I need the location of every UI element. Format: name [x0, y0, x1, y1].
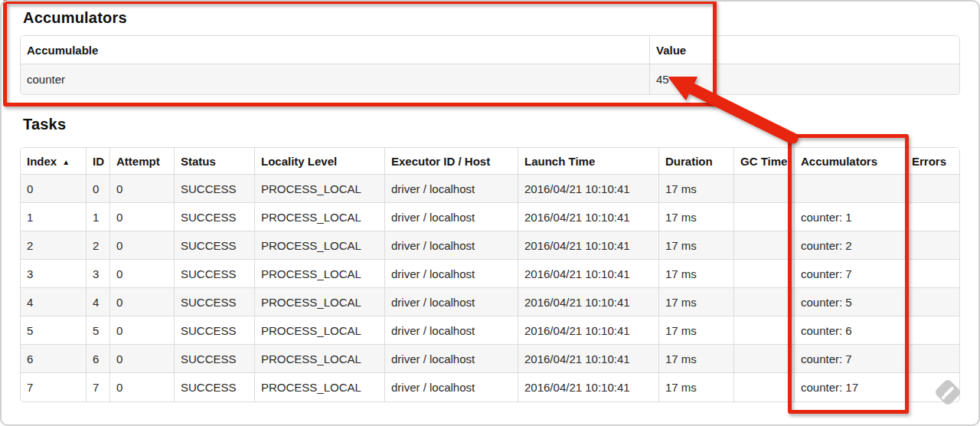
cell-accumulators: counter: 1 — [795, 203, 906, 231]
task-row: 4 4 0 SUCCESS PROCESS_LOCAL driver / loc… — [21, 288, 960, 316]
cell-duration: 17 ms — [659, 316, 734, 345]
cell-index: 2 — [21, 231, 87, 260]
cell-attempt: 0 — [110, 260, 175, 288]
cell-attempt: 0 — [110, 175, 175, 203]
cell-accumulators: counter: 5 — [795, 288, 906, 316]
cell-locality-level: PROCESS_LOCAL — [255, 316, 385, 345]
cell-locality-level: PROCESS_LOCAL — [255, 231, 385, 260]
task-row: 1 1 0 SUCCESS PROCESS_LOCAL driver / loc… — [21, 203, 960, 231]
cell-errors — [906, 288, 960, 316]
col-header-status[interactable]: Status — [175, 148, 255, 175]
task-row: 5 5 0 SUCCESS PROCESS_LOCAL driver / loc… — [21, 316, 960, 345]
cell-index: 7 — [21, 373, 87, 401]
cell-accumulators: counter: 17 — [795, 373, 906, 401]
feedly-watermark-icon — [931, 375, 965, 409]
accumulators-table: Accumulable Value counter 45 — [20, 35, 960, 95]
cell-attempt: 0 — [110, 288, 175, 316]
cell-duration: 17 ms — [659, 175, 734, 203]
cell-launch-time: 2016/04/21 10:10:41 — [518, 175, 659, 203]
cell-locality-level: PROCESS_LOCAL — [255, 288, 385, 316]
cell-attempt: 0 — [110, 231, 175, 260]
cell-gc-time — [734, 260, 795, 288]
cell-id: 3 — [87, 260, 110, 288]
accumulators-header-row: Accumulable Value — [21, 36, 960, 64]
cell-accumulators: counter: 7 — [795, 345, 906, 373]
col-header-id[interactable]: ID — [87, 148, 110, 175]
cell-gc-time — [734, 288, 795, 316]
col-header-executor-id-host[interactable]: Executor ID / Host — [385, 148, 518, 175]
cell-executor-id-host: driver / localhost — [385, 345, 518, 373]
tasks-section-heading: Tasks — [23, 116, 66, 133]
cell-status: SUCCESS — [175, 175, 255, 203]
col-header-value: Value — [650, 36, 960, 64]
cell-duration: 17 ms — [659, 373, 734, 401]
cell-duration: 17 ms — [659, 231, 734, 260]
cell-errors — [906, 345, 960, 373]
cell-gc-time — [734, 373, 795, 401]
cell-status: SUCCESS — [175, 373, 255, 401]
task-row: 6 6 0 SUCCESS PROCESS_LOCAL driver / loc… — [21, 345, 960, 373]
cell-accumulators: counter: 7 — [795, 260, 906, 288]
cell-locality-level: PROCESS_LOCAL — [255, 373, 385, 401]
col-header-accumulable: Accumulable — [21, 36, 650, 64]
cell-executor-id-host: driver / localhost — [385, 288, 518, 316]
cell-index: 0 — [21, 175, 87, 203]
cell-status: SUCCESS — [175, 345, 255, 373]
cell-locality-level: PROCESS_LOCAL — [255, 203, 385, 231]
cell-status: SUCCESS — [175, 288, 255, 316]
cell-duration: 17 ms — [659, 288, 734, 316]
cell-id: 0 — [87, 175, 110, 203]
task-row: 0 0 0 SUCCESS PROCESS_LOCAL driver / loc… — [21, 175, 960, 203]
col-header-errors[interactable]: Errors — [906, 148, 960, 175]
cell-locality-level: PROCESS_LOCAL — [255, 345, 385, 373]
cell-index: 6 — [21, 345, 87, 373]
cell-attempt: 0 — [110, 373, 175, 401]
cell-status: SUCCESS — [175, 260, 255, 288]
cell-errors — [906, 231, 960, 260]
tasks-header-row: Index▲ ID Attempt Status Locality Level … — [21, 148, 960, 175]
cell-duration: 17 ms — [659, 203, 734, 231]
cell-launch-time: 2016/04/21 10:10:41 — [518, 316, 659, 345]
cell-id: 6 — [87, 345, 110, 373]
cell-launch-time: 2016/04/21 10:10:41 — [518, 231, 659, 260]
col-header-accumulators[interactable]: Accumulators — [795, 148, 906, 175]
cell-accumulable-value: 45 — [650, 64, 960, 94]
cell-id: 5 — [87, 316, 110, 345]
col-header-index-label: Index — [27, 155, 57, 168]
cell-errors — [906, 175, 960, 203]
cell-executor-id-host: driver / localhost — [385, 260, 518, 288]
task-row: 3 3 0 SUCCESS PROCESS_LOCAL driver / loc… — [21, 260, 960, 288]
col-header-launch-time[interactable]: Launch Time — [518, 148, 659, 175]
cell-status: SUCCESS — [175, 316, 255, 345]
cell-launch-time: 2016/04/21 10:10:41 — [518, 203, 659, 231]
cell-index: 5 — [21, 316, 87, 345]
cell-index: 4 — [21, 288, 87, 316]
cell-locality-level: PROCESS_LOCAL — [255, 260, 385, 288]
accumulator-row: counter 45 — [21, 64, 960, 94]
cell-id: 1 — [87, 203, 110, 231]
cell-id: 4 — [87, 288, 110, 316]
col-header-gc-time[interactable]: GC Time — [734, 148, 795, 175]
cell-locality-level: PROCESS_LOCAL — [255, 175, 385, 203]
cell-launch-time: 2016/04/21 10:10:41 — [518, 260, 659, 288]
cell-gc-time — [734, 175, 795, 203]
cell-attempt: 0 — [110, 345, 175, 373]
cell-executor-id-host: driver / localhost — [385, 231, 518, 260]
col-header-attempt[interactable]: Attempt — [110, 148, 175, 175]
cell-duration: 17 ms — [659, 260, 734, 288]
cell-attempt: 0 — [110, 316, 175, 345]
cell-accumulators — [795, 175, 906, 203]
col-header-index[interactable]: Index▲ — [21, 148, 87, 175]
cell-errors — [906, 203, 960, 231]
cell-launch-time: 2016/04/21 10:10:41 — [518, 373, 659, 401]
cell-executor-id-host: driver / localhost — [385, 203, 518, 231]
col-header-locality-level[interactable]: Locality Level — [255, 148, 385, 175]
task-row: 2 2 0 SUCCESS PROCESS_LOCAL driver / loc… — [21, 231, 960, 260]
col-header-duration[interactable]: Duration — [659, 148, 734, 175]
task-row: 7 7 0 SUCCESS PROCESS_LOCAL driver / loc… — [21, 373, 960, 401]
accumulators-section-heading: Accumulators — [23, 9, 127, 27]
cell-accumulators: counter: 2 — [795, 231, 906, 260]
cell-errors — [906, 260, 960, 288]
cell-executor-id-host: driver / localhost — [385, 373, 518, 401]
cell-status: SUCCESS — [175, 203, 255, 231]
